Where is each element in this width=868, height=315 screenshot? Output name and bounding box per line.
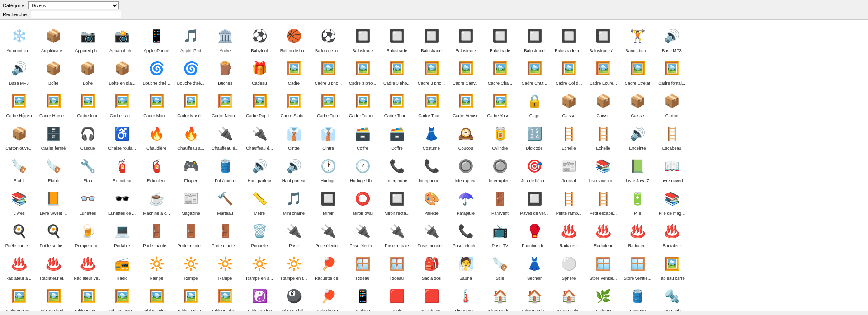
list-item[interactable]: 🖼️Cadre Etretat: [620, 54, 655, 87]
list-item[interactable]: 🖼️Tableau vert...: [105, 282, 139, 311]
list-item[interactable]: 🖼️Cadre 3 pho...: [311, 54, 345, 87]
list-item[interactable]: 🔢Digicode: [517, 119, 552, 152]
list-item[interactable]: 🖼️Cadre Mont...: [139, 87, 174, 119]
list-item[interactable]: 🖼️Cadre Cha...: [483, 54, 517, 87]
list-item[interactable]: 🔊Base MP3: [655, 22, 689, 54]
list-item[interactable]: 🔆Rampe: [174, 249, 208, 282]
list-item[interactable]: 🌡️Thermomt...: [448, 282, 483, 311]
list-item[interactable]: 🥊Punching b...: [517, 217, 552, 249]
list-item[interactable]: 🗃️Coffre: [380, 119, 414, 152]
list-item[interactable]: 🏓Table de pin...: [311, 282, 345, 311]
list-item[interactable]: 🔌Prise murale: [380, 217, 414, 249]
list-item[interactable]: 🚪Porte mante...: [174, 217, 208, 249]
list-item[interactable]: 👔Cintre: [311, 119, 345, 152]
list-item[interactable]: 🖼️Cadre Inari: [71, 87, 105, 119]
list-item[interactable]: 🖼️Tableau visa...: [174, 282, 208, 311]
list-item[interactable]: 🖼️Tableau visa...: [139, 282, 174, 311]
list-item[interactable]: 🛢️Tonneau: [620, 282, 655, 311]
list-item[interactable]: 🔊Haut parleur: [242, 152, 277, 184]
list-item[interactable]: 🔥Chaudière: [139, 119, 174, 152]
list-item[interactable]: 🖼️Tableau mul...: [71, 282, 105, 311]
list-item[interactable]: 🔊Enceinte: [620, 119, 655, 152]
list-item[interactable]: 📦Boîte: [71, 54, 105, 87]
list-item[interactable]: 🔲Balustrade: [517, 22, 552, 54]
list-item[interactable]: 🪵Buches: [208, 54, 242, 87]
list-item[interactable]: 🔊Base MP3: [2, 54, 36, 87]
list-item[interactable]: 🗃️Coffre: [345, 119, 380, 152]
list-item[interactable]: 🎧Casque: [71, 119, 105, 152]
list-item[interactable]: 🕰️Coucou: [448, 119, 483, 152]
list-item[interactable]: 🪜Escabeau: [655, 119, 689, 152]
list-item[interactable]: 🚪Paravent: [483, 184, 517, 217]
list-item[interactable]: ☕Machine à c...: [139, 184, 174, 217]
list-item[interactable]: 🪚Etabli: [2, 152, 36, 184]
list-item[interactable]: 🎵Mini chaine: [277, 184, 311, 217]
list-item[interactable]: 🖼️Cadre Lac ...: [105, 87, 139, 119]
list-item[interactable]: 🎵Apple iPod: [174, 22, 208, 54]
list-item[interactable]: 🔌Prise électri...: [311, 217, 345, 249]
list-item[interactable]: 📦Boîte: [36, 54, 71, 87]
list-item[interactable]: 🔲Balustrade: [414, 22, 448, 54]
list-item[interactable]: ♨️Radiateur: [655, 217, 689, 249]
list-item[interactable]: 👗Costume: [414, 119, 448, 152]
list-item[interactable]: 📷Appareil ph...: [71, 22, 105, 54]
list-item[interactable]: 🖼️Cadre Touc...: [380, 87, 414, 119]
list-item[interactable]: 🟥Tapis: [380, 282, 414, 311]
list-item[interactable]: 🔲Pavés de ver...: [517, 184, 552, 217]
list-item[interactable]: ☂️Parapluie: [448, 184, 483, 217]
list-item[interactable]: 🖼️Cadre: [277, 54, 311, 87]
list-item[interactable]: 🍳Poêle sortie ...: [36, 217, 71, 249]
list-item[interactable]: 🔋Pile: [620, 184, 655, 217]
list-item[interactable]: 🌀Bouche d'aé...: [174, 54, 208, 87]
list-item[interactable]: 🖼️Cadre Hội An: [2, 87, 36, 119]
list-item[interactable]: 👔Cintre: [277, 119, 311, 152]
list-item[interactable]: ♨️Radiateur: [620, 217, 655, 249]
list-item[interactable]: 🖼️Cadre Horse...: [36, 87, 71, 119]
list-item[interactable]: 📦Carton: [655, 87, 689, 119]
list-item[interactable]: 📞Interphone ...: [414, 152, 448, 184]
list-item[interactable]: 🔆Rampe: [139, 249, 174, 282]
list-item[interactable]: 📞Interphone: [380, 152, 414, 184]
list-item[interactable]: 🚪Porte mante...: [208, 217, 242, 249]
list-item[interactable]: ♿Chaise roula...: [105, 119, 139, 152]
list-item[interactable]: 🧖Sauna: [448, 249, 483, 282]
list-item[interactable]: 📚Pile de mag...: [655, 184, 689, 217]
list-item[interactable]: 📦Caisse: [552, 87, 586, 119]
list-item[interactable]: 🪜Petite ramp...: [552, 184, 586, 217]
list-item[interactable]: 🖼️Tableau visa...: [208, 282, 242, 311]
list-item[interactable]: 🔩Tournevis: [655, 282, 689, 311]
list-item[interactable]: 🎒Sac à dos: [414, 249, 448, 282]
list-item[interactable]: 🗑️Poubelle: [242, 217, 277, 249]
list-item[interactable]: 🖼️Cadre Papill...: [242, 87, 277, 119]
list-item[interactable]: 🏠Toiture poly...: [552, 282, 586, 311]
list-item[interactable]: 🔌Chauffeau é...: [242, 119, 277, 152]
list-item[interactable]: 🖼️Cadre Ecure...: [586, 54, 620, 87]
list-item[interactable]: 📸Appareil ph...: [105, 22, 139, 54]
list-item[interactable]: 🚪Porte mante...: [139, 217, 174, 249]
list-item[interactable]: 📦Amplificate...: [36, 22, 71, 54]
list-item[interactable]: 🖼️Cadre Nénu...: [208, 87, 242, 119]
list-item[interactable]: 🏛️Arche: [208, 22, 242, 54]
list-item[interactable]: 🔊Haut parleur: [277, 152, 311, 184]
list-item[interactable]: 🖼️Tableau carré: [655, 249, 689, 282]
list-item[interactable]: 🖼️Cadre Musé...: [174, 87, 208, 119]
list-item[interactable]: 🔆Rampe: [208, 249, 242, 282]
list-item[interactable]: 🔲Balustrade: [483, 22, 517, 54]
list-item[interactable]: 🪟Store vénitie...: [620, 249, 655, 282]
list-item[interactable]: 🖼️Cadre fontai...: [655, 54, 689, 87]
list-item[interactable]: 📚Livres: [2, 184, 36, 217]
list-item[interactable]: 🔲Balustrade: [448, 22, 483, 54]
list-item[interactable]: 🖼️Cadre 3 pho...: [345, 54, 380, 87]
list-item[interactable]: 📚Livre avec re...: [586, 152, 620, 184]
list-item[interactable]: 🔲Balustrade: [380, 22, 414, 54]
list-item[interactable]: 🕐Horloge: [311, 152, 345, 184]
list-item[interactable]: 🏠Toiture ardo...: [483, 282, 517, 311]
list-item[interactable]: 📦Caisse: [620, 87, 655, 119]
list-item[interactable]: 🖼️Cadre Tigre: [311, 87, 345, 119]
list-item[interactable]: 📺Prise TV: [483, 217, 517, 249]
list-item[interactable]: 🔲Balustrade à...: [552, 22, 586, 54]
list-item[interactable]: 🔲Balustrade: [345, 22, 380, 54]
list-item[interactable]: 🏓Raquette de...: [311, 249, 345, 282]
list-item[interactable]: 🔨Marteau: [208, 184, 242, 217]
list-item[interactable]: 🪜Echelle: [552, 119, 586, 152]
